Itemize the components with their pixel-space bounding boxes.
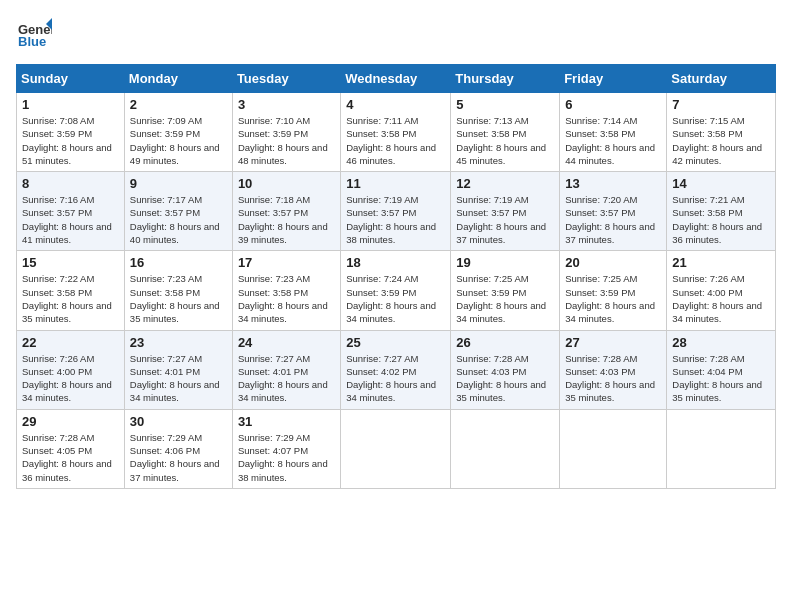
weekday-header-monday: Monday (124, 65, 232, 93)
day-number: 22 (22, 335, 119, 350)
logo-icon: General Blue (16, 16, 52, 52)
calendar-cell: 30 Sunrise: 7:29 AM Sunset: 4:06 PM Dayl… (124, 409, 232, 488)
svg-text:Blue: Blue (18, 34, 46, 49)
day-number: 27 (565, 335, 661, 350)
weekday-header-tuesday: Tuesday (232, 65, 340, 93)
calendar-cell: 23 Sunrise: 7:27 AM Sunset: 4:01 PM Dayl… (124, 330, 232, 409)
day-number: 28 (672, 335, 770, 350)
day-info: Sunrise: 7:08 AM Sunset: 3:59 PM Dayligh… (22, 114, 119, 167)
calendar-cell: 1 Sunrise: 7:08 AM Sunset: 3:59 PM Dayli… (17, 93, 125, 172)
weekday-header-thursday: Thursday (451, 65, 560, 93)
calendar-cell: 9 Sunrise: 7:17 AM Sunset: 3:57 PM Dayli… (124, 172, 232, 251)
day-number: 12 (456, 176, 554, 191)
weekday-header-sunday: Sunday (17, 65, 125, 93)
day-number: 21 (672, 255, 770, 270)
day-info: Sunrise: 7:28 AM Sunset: 4:03 PM Dayligh… (456, 352, 554, 405)
calendar-cell: 25 Sunrise: 7:27 AM Sunset: 4:02 PM Dayl… (341, 330, 451, 409)
day-number: 9 (130, 176, 227, 191)
calendar-cell: 12 Sunrise: 7:19 AM Sunset: 3:57 PM Dayl… (451, 172, 560, 251)
day-number: 7 (672, 97, 770, 112)
calendar-cell: 31 Sunrise: 7:29 AM Sunset: 4:07 PM Dayl… (232, 409, 340, 488)
day-number: 29 (22, 414, 119, 429)
calendar-cell: 27 Sunrise: 7:28 AM Sunset: 4:03 PM Dayl… (560, 330, 667, 409)
day-info: Sunrise: 7:13 AM Sunset: 3:58 PM Dayligh… (456, 114, 554, 167)
day-number: 11 (346, 176, 445, 191)
day-number: 15 (22, 255, 119, 270)
day-number: 13 (565, 176, 661, 191)
day-info: Sunrise: 7:10 AM Sunset: 3:59 PM Dayligh… (238, 114, 335, 167)
calendar-cell (560, 409, 667, 488)
day-number: 25 (346, 335, 445, 350)
day-number: 3 (238, 97, 335, 112)
day-number: 19 (456, 255, 554, 270)
calendar-cell: 22 Sunrise: 7:26 AM Sunset: 4:00 PM Dayl… (17, 330, 125, 409)
calendar-cell: 24 Sunrise: 7:27 AM Sunset: 4:01 PM Dayl… (232, 330, 340, 409)
calendar-cell: 11 Sunrise: 7:19 AM Sunset: 3:57 PM Dayl… (341, 172, 451, 251)
calendar-cell: 10 Sunrise: 7:18 AM Sunset: 3:57 PM Dayl… (232, 172, 340, 251)
day-number: 6 (565, 97, 661, 112)
day-info: Sunrise: 7:23 AM Sunset: 3:58 PM Dayligh… (238, 272, 335, 325)
calendar-table: SundayMondayTuesdayWednesdayThursdayFrid… (16, 64, 776, 489)
calendar-cell: 18 Sunrise: 7:24 AM Sunset: 3:59 PM Dayl… (341, 251, 451, 330)
day-info: Sunrise: 7:25 AM Sunset: 3:59 PM Dayligh… (565, 272, 661, 325)
day-number: 31 (238, 414, 335, 429)
calendar-cell: 8 Sunrise: 7:16 AM Sunset: 3:57 PM Dayli… (17, 172, 125, 251)
calendar-cell: 16 Sunrise: 7:23 AM Sunset: 3:58 PM Dayl… (124, 251, 232, 330)
calendar-cell: 7 Sunrise: 7:15 AM Sunset: 3:58 PM Dayli… (667, 93, 776, 172)
calendar-cell (451, 409, 560, 488)
day-info: Sunrise: 7:27 AM Sunset: 4:01 PM Dayligh… (238, 352, 335, 405)
header: General Blue (16, 16, 776, 52)
weekday-header-wednesday: Wednesday (341, 65, 451, 93)
day-info: Sunrise: 7:22 AM Sunset: 3:58 PM Dayligh… (22, 272, 119, 325)
day-info: Sunrise: 7:26 AM Sunset: 4:00 PM Dayligh… (672, 272, 770, 325)
day-info: Sunrise: 7:24 AM Sunset: 3:59 PM Dayligh… (346, 272, 445, 325)
calendar-cell: 2 Sunrise: 7:09 AM Sunset: 3:59 PM Dayli… (124, 93, 232, 172)
day-number: 20 (565, 255, 661, 270)
day-info: Sunrise: 7:15 AM Sunset: 3:58 PM Dayligh… (672, 114, 770, 167)
calendar-cell: 15 Sunrise: 7:22 AM Sunset: 3:58 PM Dayl… (17, 251, 125, 330)
day-number: 18 (346, 255, 445, 270)
calendar-cell: 13 Sunrise: 7:20 AM Sunset: 3:57 PM Dayl… (560, 172, 667, 251)
day-info: Sunrise: 7:29 AM Sunset: 4:07 PM Dayligh… (238, 431, 335, 484)
day-info: Sunrise: 7:19 AM Sunset: 3:57 PM Dayligh… (456, 193, 554, 246)
day-number: 8 (22, 176, 119, 191)
day-info: Sunrise: 7:16 AM Sunset: 3:57 PM Dayligh… (22, 193, 119, 246)
logo: General Blue (16, 16, 52, 52)
day-number: 23 (130, 335, 227, 350)
day-number: 30 (130, 414, 227, 429)
day-info: Sunrise: 7:25 AM Sunset: 3:59 PM Dayligh… (456, 272, 554, 325)
day-info: Sunrise: 7:09 AM Sunset: 3:59 PM Dayligh… (130, 114, 227, 167)
day-number: 4 (346, 97, 445, 112)
day-number: 10 (238, 176, 335, 191)
calendar-cell: 5 Sunrise: 7:13 AM Sunset: 3:58 PM Dayli… (451, 93, 560, 172)
day-number: 26 (456, 335, 554, 350)
day-number: 16 (130, 255, 227, 270)
calendar-cell: 4 Sunrise: 7:11 AM Sunset: 3:58 PM Dayli… (341, 93, 451, 172)
calendar-cell: 19 Sunrise: 7:25 AM Sunset: 3:59 PM Dayl… (451, 251, 560, 330)
day-info: Sunrise: 7:18 AM Sunset: 3:57 PM Dayligh… (238, 193, 335, 246)
day-info: Sunrise: 7:27 AM Sunset: 4:01 PM Dayligh… (130, 352, 227, 405)
calendar-cell: 21 Sunrise: 7:26 AM Sunset: 4:00 PM Dayl… (667, 251, 776, 330)
day-info: Sunrise: 7:23 AM Sunset: 3:58 PM Dayligh… (130, 272, 227, 325)
weekday-header-saturday: Saturday (667, 65, 776, 93)
day-number: 24 (238, 335, 335, 350)
day-info: Sunrise: 7:11 AM Sunset: 3:58 PM Dayligh… (346, 114, 445, 167)
day-info: Sunrise: 7:29 AM Sunset: 4:06 PM Dayligh… (130, 431, 227, 484)
calendar-cell: 28 Sunrise: 7:28 AM Sunset: 4:04 PM Dayl… (667, 330, 776, 409)
day-info: Sunrise: 7:27 AM Sunset: 4:02 PM Dayligh… (346, 352, 445, 405)
day-info: Sunrise: 7:17 AM Sunset: 3:57 PM Dayligh… (130, 193, 227, 246)
day-number: 5 (456, 97, 554, 112)
day-info: Sunrise: 7:19 AM Sunset: 3:57 PM Dayligh… (346, 193, 445, 246)
calendar-cell: 29 Sunrise: 7:28 AM Sunset: 4:05 PM Dayl… (17, 409, 125, 488)
weekday-header-friday: Friday (560, 65, 667, 93)
day-info: Sunrise: 7:26 AM Sunset: 4:00 PM Dayligh… (22, 352, 119, 405)
day-number: 2 (130, 97, 227, 112)
calendar-cell: 14 Sunrise: 7:21 AM Sunset: 3:58 PM Dayl… (667, 172, 776, 251)
calendar-cell: 20 Sunrise: 7:25 AM Sunset: 3:59 PM Dayl… (560, 251, 667, 330)
day-info: Sunrise: 7:14 AM Sunset: 3:58 PM Dayligh… (565, 114, 661, 167)
day-number: 14 (672, 176, 770, 191)
calendar-cell: 26 Sunrise: 7:28 AM Sunset: 4:03 PM Dayl… (451, 330, 560, 409)
day-info: Sunrise: 7:28 AM Sunset: 4:04 PM Dayligh… (672, 352, 770, 405)
calendar-cell: 17 Sunrise: 7:23 AM Sunset: 3:58 PM Dayl… (232, 251, 340, 330)
day-info: Sunrise: 7:28 AM Sunset: 4:05 PM Dayligh… (22, 431, 119, 484)
